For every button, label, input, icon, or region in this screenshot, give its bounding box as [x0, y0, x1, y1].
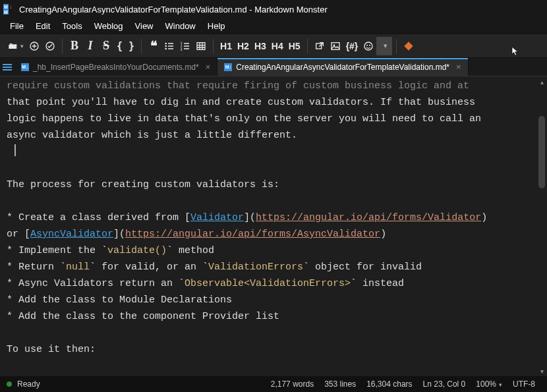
scrollbar-thumb[interactable]: [538, 116, 545, 188]
svg-point-13: [366, 44, 368, 45]
status-words: 2,177 words: [271, 379, 314, 389]
text-cursor: [14, 144, 16, 156]
strike-button[interactable]: S: [98, 37, 114, 55]
link-button[interactable]: [312, 37, 328, 55]
status-ready: Ready: [17, 379, 40, 389]
app-icon: M↓ M: [3, 3, 15, 15]
close-icon[interactable]: ×: [456, 62, 461, 72]
attributes-button[interactable]: {#}: [343, 37, 361, 55]
status-dot-icon: [7, 381, 12, 387]
menu-tools[interactable]: Tools: [56, 20, 88, 32]
svg-point-3: [165, 45, 167, 47]
titlebar: M↓ M CreatingAnAngularAsyncValidatorForT…: [0, 0, 547, 18]
emoji-button[interactable]: [360, 37, 376, 55]
menubar: File Edit Tools Weblog View Window Help: [0, 18, 547, 34]
folder-open-icon: [8, 41, 18, 51]
table-button[interactable]: [193, 37, 209, 55]
h2-button[interactable]: H2: [235, 37, 252, 55]
vertical-scrollbar[interactable]: ▴ ▾: [536, 76, 547, 376]
bold-button[interactable]: B: [67, 37, 82, 55]
svg-point-14: [369, 44, 370, 45]
status-encoding[interactable]: UTF-8: [513, 379, 535, 389]
toolbar: ▾ B I S { } ❝ 123 H1 H2 H3 H4 H5 {#} ▾: [0, 34, 547, 58]
status-position: Ln 23, Col 0: [423, 379, 466, 389]
svg-point-12: [364, 42, 372, 50]
addin-button[interactable]: [401, 37, 417, 55]
statusbar: Ready 2,177 words 353 lines 16,304 chars…: [0, 376, 547, 392]
scroll-down-arrow[interactable]: ▾: [536, 366, 547, 376]
status-chars: 16,304 chars: [366, 379, 412, 389]
markdown-file-icon: M↓: [224, 63, 232, 71]
tab-doc-1[interactable]: M↓ _hb_InsertPageBreaksIntoYourDocuments…: [14, 58, 217, 76]
editor-area: require custom validations that require …: [0, 76, 547, 376]
list-ul-icon: [164, 41, 175, 51]
image-button[interactable]: [328, 37, 343, 55]
more-dropdown-button[interactable]: ▾: [376, 37, 392, 55]
svg-rect-9: [316, 43, 321, 49]
italic-button[interactable]: I: [82, 37, 98, 55]
tab-doc-2[interactable]: M↓ CreatingAnAngularAsyncValidatorForTem…: [217, 58, 468, 76]
menu-weblog[interactable]: Weblog: [88, 20, 129, 32]
h1-button[interactable]: H1: [217, 37, 235, 55]
plus-circle-icon: [29, 41, 40, 51]
scroll-up-arrow[interactable]: ▴: [536, 76, 547, 87]
external-link-icon: [314, 41, 325, 51]
svg-point-2: [165, 42, 167, 44]
svg-point-4: [165, 47, 167, 49]
image-icon: [330, 41, 341, 51]
diamond-icon: [403, 41, 414, 51]
status-zoom[interactable]: 100%▾: [476, 379, 502, 389]
svg-rect-10: [331, 42, 339, 49]
menu-help[interactable]: Help: [202, 20, 231, 32]
smile-icon: [363, 41, 374, 51]
h5-button[interactable]: H5: [286, 37, 303, 55]
table-icon: [196, 41, 206, 51]
h4-button[interactable]: H4: [269, 37, 286, 55]
tab-gutter-icon[interactable]: [0, 58, 14, 76]
svg-text:3: 3: [181, 47, 183, 51]
menu-window[interactable]: Window: [159, 20, 202, 32]
menu-file[interactable]: File: [4, 20, 30, 32]
status-lines: 353 lines: [324, 379, 356, 389]
list-ol-icon: 123: [180, 41, 190, 51]
tab-label: _hb_InsertPageBreaksIntoYourDocuments.md…: [33, 63, 199, 72]
markdown-file-icon: M↓: [21, 63, 29, 71]
tab-label: CreatingAnAngularAsyncValidatorForTempla…: [236, 63, 449, 72]
new-button[interactable]: [26, 37, 42, 55]
quote-button[interactable]: ❝: [146, 37, 161, 55]
menu-edit[interactable]: Edit: [30, 20, 56, 32]
menu-view[interactable]: View: [129, 20, 159, 32]
window-title: CreatingAnAngularAsyncValidatorForTempla…: [19, 5, 328, 14]
editor[interactable]: require custom validations that require …: [0, 76, 536, 376]
h3-button[interactable]: H3: [252, 37, 269, 55]
tab-bar: M↓ _hb_InsertPageBreaksIntoYourDocuments…: [0, 58, 547, 76]
close-icon[interactable]: ×: [206, 62, 211, 72]
save-button[interactable]: [42, 37, 58, 55]
checkmark-circle-icon: [45, 41, 55, 51]
code-button[interactable]: { }: [114, 37, 137, 55]
svg-rect-8: [197, 42, 205, 49]
ul-button[interactable]: [161, 37, 177, 55]
open-button[interactable]: ▾: [5, 37, 26, 55]
ol-button[interactable]: 123: [177, 37, 193, 55]
